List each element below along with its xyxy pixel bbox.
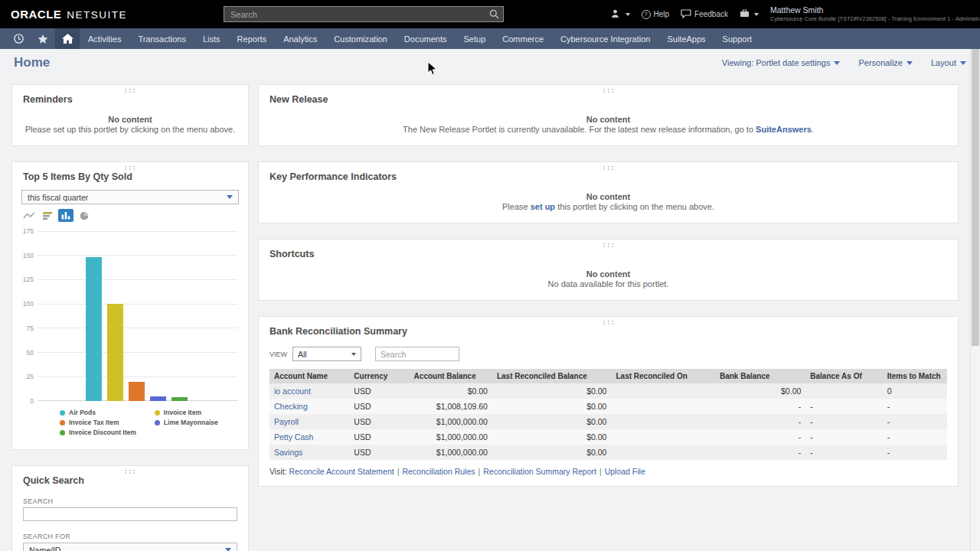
drag-handle[interactable] (124, 88, 137, 93)
column-header[interactable]: Currency (349, 369, 409, 383)
table-cell: - (805, 429, 882, 445)
personalize-dropdown[interactable]: Personalize (858, 58, 912, 67)
account-link[interactable]: io account (274, 386, 311, 396)
drag-handle[interactable] (602, 165, 615, 171)
column-header[interactable]: Balance As Of (805, 369, 882, 383)
nav-item-commerce[interactable]: Commerce (494, 28, 552, 49)
pie-chart-icon[interactable] (77, 209, 92, 222)
layout-dropdown[interactable]: Layout (931, 58, 966, 67)
global-search-input[interactable] (224, 6, 504, 22)
drag-handle[interactable] (124, 469, 137, 474)
help-link[interactable]: ? Help (642, 10, 670, 19)
chart-bars (41, 231, 236, 401)
page-title: Home (14, 55, 50, 70)
legend-label: Lime Mayonnaise (164, 419, 218, 426)
table-cell: $1,000,000.00 (410, 445, 492, 460)
drag-handle[interactable] (602, 320, 615, 325)
view-select[interactable]: All (292, 347, 361, 361)
table-cell: - (715, 429, 805, 445)
table-cell: USD (349, 429, 409, 445)
message-text: this portlet by clicking on the menu abo… (555, 202, 714, 211)
legend-item: Invoice Tax Item (60, 419, 136, 426)
viewing-dropdown[interactable]: Viewing: Portlet date settings (722, 58, 841, 67)
nav-item-setup[interactable]: Setup (456, 28, 495, 49)
bar-chart: 175 150 125 100 75 50 25 0 (17, 231, 237, 401)
reconciliation-rules-link[interactable]: Reconciliation Rules (402, 467, 475, 476)
table-cell: Checking (270, 399, 349, 414)
column-header[interactable]: Bank Balance (715, 369, 805, 383)
nav-item-customization[interactable]: Customization (325, 28, 396, 49)
home-icon[interactable] (55, 28, 80, 49)
bank-reconciliation-portlet: Bank Reconciliation Summary VIEW All Acc… (258, 316, 959, 487)
column-header[interactable]: Last Reconciled Balance (492, 369, 612, 383)
suiteanswers-link[interactable]: SuiteAnswers (756, 125, 812, 134)
help-label: Help (654, 10, 670, 18)
search-for-select[interactable]: Name/ID (23, 543, 237, 551)
table-cell: - (805, 414, 882, 429)
table-cell: $0.00 (492, 383, 612, 399)
no-content-label: No content (20, 115, 240, 124)
table-cell: $0.00 (492, 445, 612, 460)
user-menu[interactable]: Matthew Smith Cybersource Core Bundle [T… (770, 5, 969, 23)
drag-handle[interactable] (602, 243, 615, 248)
drag-handle[interactable] (602, 88, 615, 93)
nav-item-documents[interactable]: Documents (396, 28, 456, 49)
table-cell: $0.00 (492, 399, 612, 414)
table-cell: $0.00 (410, 383, 492, 399)
drag-handle[interactable] (124, 165, 137, 171)
column-header[interactable]: Last Reconciled On (611, 369, 714, 383)
nav-item-cybersource-integration[interactable]: Cybersource Integration (552, 28, 658, 49)
date-range-select[interactable]: this fiscal quarter (21, 190, 239, 204)
account-link[interactable]: Savings (274, 448, 302, 457)
upload-file-link[interactable]: Upload File (605, 467, 645, 476)
column-header[interactable]: Account Balance (410, 369, 492, 383)
netsuite-logo[interactable]: ORACLE NETSUITE (11, 8, 127, 21)
scrollbar[interactable] (970, 49, 980, 551)
reconciliation-summary-report-link[interactable]: Reconciliation Summary Report (483, 467, 596, 476)
vertical-bar-chart-icon[interactable] (58, 209, 74, 222)
nav-item-suiteapps[interactable]: SuiteApps (658, 28, 714, 49)
table-cell: $1,000,000.00 (410, 429, 492, 445)
table-cell: Petty Cash (270, 429, 349, 445)
nav-item-lists[interactable]: Lists (194, 28, 229, 49)
legend-label: Invoice Discount Item (69, 429, 136, 436)
table-cell: - (805, 445, 882, 460)
empty-message: Please set up this portlet by clicking o… (20, 125, 240, 134)
roles-menu[interactable] (611, 9, 630, 20)
account-link[interactable]: Checking (274, 402, 308, 411)
bank-table-search-input[interactable] (375, 347, 459, 361)
shortcuts-star-icon[interactable] (31, 28, 55, 49)
bar-invoice-tax-item (129, 382, 145, 401)
nav-item-support[interactable]: Support (714, 28, 761, 49)
nav-item-activities[interactable]: Activities (80, 28, 129, 49)
reconcile-account-statement-link[interactable]: Reconcile Account Statement (289, 467, 394, 476)
y-tick-label: 125 (17, 276, 38, 283)
company-menu[interactable] (740, 9, 759, 19)
table-row: Payroll USD $1,000,000.00 $0.00 - - - (270, 414, 947, 429)
visit-label: Visit: (270, 467, 287, 476)
bar-invoice-discount-item (172, 397, 188, 401)
column-header[interactable]: Items to Match (883, 369, 947, 383)
oracle-wordmark: ORACLE (11, 8, 61, 21)
chevron-down-icon (754, 13, 759, 16)
column-header[interactable]: Account Name (270, 369, 349, 383)
scrollbar-thumb[interactable] (972, 49, 979, 346)
account-link[interactable]: Payroll (274, 417, 299, 426)
quick-search-input[interactable] (23, 507, 237, 521)
feedback-link[interactable]: Feedback (681, 9, 728, 20)
recent-records-icon[interactable] (6, 28, 31, 49)
set-up-link[interactable]: set up (531, 202, 555, 211)
account-link[interactable]: Petty Cash (274, 432, 313, 442)
line-chart-icon[interactable] (21, 209, 37, 222)
legend-swatch (60, 410, 65, 416)
nav-item-reports[interactable]: Reports (229, 28, 276, 49)
horizontal-bar-chart-icon[interactable] (40, 209, 55, 222)
nav-item-transactions[interactable]: Transactions (129, 28, 194, 49)
search-icon[interactable] (489, 9, 499, 21)
search-for-label: SEARCH FOR (23, 533, 237, 540)
nav-item-analytics[interactable]: Analytics (275, 28, 325, 49)
table-cell: $1,008,109.60 (410, 399, 492, 414)
y-tick-label: 75 (17, 324, 38, 332)
link-separator: | (599, 467, 602, 476)
message-text: The New Release Portlet is currently una… (403, 125, 756, 134)
